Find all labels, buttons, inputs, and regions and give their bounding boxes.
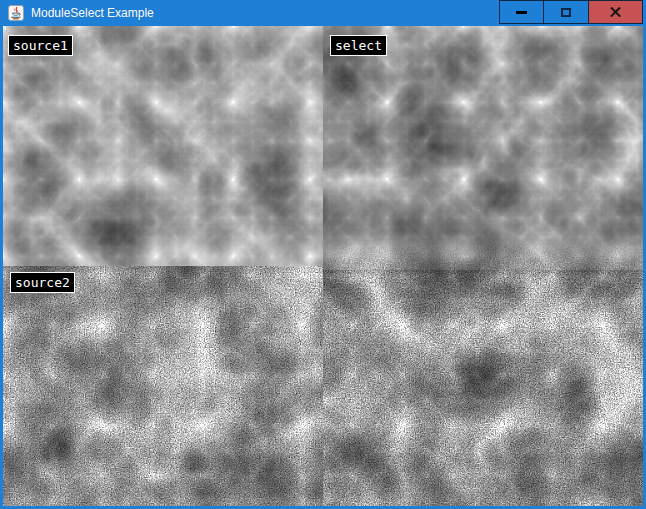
java-coffee-cup-icon — [8, 5, 24, 21]
maximize-icon — [561, 8, 571, 17]
window-controls — [499, 0, 643, 24]
minimize-button[interactable] — [499, 0, 544, 24]
app-window: ModuleSelect Example — [0, 0, 646, 509]
label-source2: source2 — [10, 272, 75, 293]
render-canvas: source1 select source2 — [3, 26, 643, 506]
window-title: ModuleSelect Example — [31, 6, 154, 20]
label-select: select — [330, 35, 387, 56]
noise-render — [3, 26, 643, 506]
close-button[interactable] — [589, 0, 643, 24]
label-source1: source1 — [8, 35, 73, 56]
maximize-button[interactable] — [544, 0, 589, 24]
minimize-icon — [516, 11, 527, 14]
close-icon — [609, 6, 622, 19]
titlebar[interactable]: ModuleSelect Example — [0, 0, 646, 26]
